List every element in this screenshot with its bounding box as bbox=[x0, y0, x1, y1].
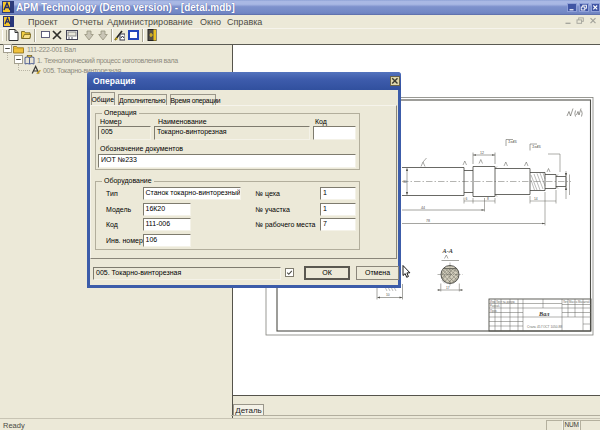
svg-text:78: 78 bbox=[426, 219, 430, 223]
svg-text:Пров.: Пров. bbox=[490, 309, 498, 313]
svg-text:Лит. Масса Масштаб: Лит. Масса Масштаб bbox=[563, 300, 590, 304]
svg-text:1x45: 1x45 bbox=[532, 144, 541, 149]
svg-text:14: 14 bbox=[534, 197, 538, 201]
svg-text:17: 17 bbox=[446, 286, 450, 290]
svg-text:Изм Лист № докум.: Изм Лист № докум. bbox=[490, 300, 515, 304]
svg-text:Сталь 45 ГОСТ 1050-88: Сталь 45 ГОСТ 1050-88 bbox=[527, 325, 562, 329]
svg-text:Разраб.: Разраб. bbox=[490, 304, 500, 308]
svg-text:6: 6 bbox=[466, 197, 468, 201]
svg-text:44: 44 bbox=[421, 206, 425, 210]
svg-text:Вал: Вал bbox=[538, 310, 549, 317]
svg-text:1x45: 1x45 bbox=[508, 139, 517, 144]
svg-text:А-А: А-А bbox=[442, 247, 453, 254]
svg-text:12: 12 bbox=[480, 151, 484, 155]
svg-text:8: 8 bbox=[487, 197, 489, 201]
svg-text:10: 10 bbox=[386, 293, 390, 297]
svg-text:30: 30 bbox=[403, 180, 407, 184]
